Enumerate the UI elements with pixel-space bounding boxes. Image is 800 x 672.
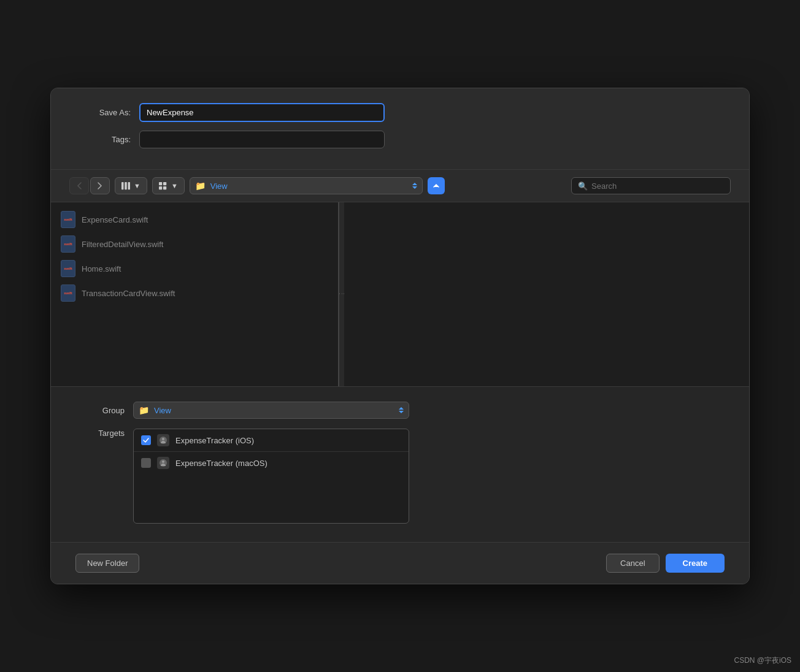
swift-file-icon: swift (61, 284, 75, 302)
divider-dots: ⋮ (339, 291, 345, 298)
target-icon-ios (157, 434, 169, 446)
group-label: Group (75, 406, 125, 415)
column-view-button[interactable]: ▼ (115, 177, 147, 194)
location-label: View (210, 181, 407, 191)
save-as-input[interactable] (139, 103, 385, 122)
backdrop: Save As: Tags: (0, 0, 800, 672)
svg-rect-1 (125, 182, 127, 189)
action-buttons-group: Cancel Create (606, 554, 725, 573)
grid-view-label: ▼ (171, 182, 178, 189)
search-input[interactable] (591, 181, 724, 191)
folder-icon: 📁 (195, 181, 206, 191)
targets-section: Targets (75, 429, 725, 524)
tags-input[interactable] (139, 131, 385, 148)
tags-row: Tags: (75, 131, 725, 148)
group-folder-icon: 📁 (139, 405, 149, 415)
file-name: TransactionCardView.swift (82, 289, 175, 298)
search-icon: 🔍 (578, 181, 588, 191)
column-view-label: ▼ (134, 182, 140, 189)
group-value: View (154, 406, 394, 415)
file-item[interactable]: swift ExpenseCard.swift (51, 207, 338, 232)
cancel-button[interactable]: Cancel (606, 554, 659, 573)
swift-file-icon: swift (61, 235, 75, 253)
file-name: ExpenseCard.swift (82, 215, 148, 224)
dialog-actions: New Folder Cancel Create (51, 542, 749, 584)
group-selector[interactable]: 📁 View (133, 402, 409, 419)
new-folder-button[interactable]: New Folder (75, 554, 139, 573)
watermark: CSDN @宇夜iOS (734, 655, 791, 666)
svg-rect-3 (159, 182, 162, 185)
search-box: 🔍 (571, 177, 731, 194)
targets-label: Targets (75, 429, 125, 438)
file-item[interactable]: swift FilteredDetailView.swift (51, 232, 338, 256)
save-dialog: Save As: Tags: (50, 88, 750, 584)
location-selector[interactable]: 📁 View (190, 177, 423, 194)
grid-view-button[interactable]: ▼ (152, 177, 185, 194)
file-name: Home.swift (82, 264, 121, 273)
save-as-row: Save As: (75, 103, 725, 122)
svg-rect-5 (159, 186, 162, 189)
target-name-ios: ExpenseTracker (iOS) (175, 436, 254, 445)
target-item-macos[interactable]: ExpenseTracker (macOS) (134, 451, 409, 474)
svg-rect-2 (128, 182, 131, 189)
file-item[interactable]: swift TransactionCardView.swift (51, 281, 338, 305)
target-icon-macos (157, 457, 169, 469)
checkbox-macos[interactable] (141, 458, 151, 468)
svg-point-10 (162, 460, 164, 463)
file-name: FilteredDetailView.swift (82, 240, 163, 249)
tags-label: Tags: (75, 135, 131, 144)
target-name-macos: ExpenseTracker (macOS) (175, 459, 267, 468)
targets-empty-space (134, 474, 409, 523)
toolbar: ▼ ▼ 📁 View (51, 169, 749, 202)
file-item[interactable]: swift Home.swift (51, 256, 338, 281)
expand-button[interactable] (428, 177, 445, 194)
swift-file-icon: swift (61, 211, 75, 228)
swift-file-icon: swift (61, 260, 75, 277)
back-button[interactable] (69, 177, 89, 194)
dialog-bottom: Group 📁 View Targets (51, 386, 749, 542)
target-item-ios[interactable]: ExpenseTracker (iOS) (134, 429, 409, 451)
file-column-2 (344, 202, 749, 386)
forward-button[interactable] (90, 177, 110, 194)
file-browser: swift ExpenseCard.swift swift FilteredDe… (51, 202, 749, 386)
nav-group (69, 177, 110, 194)
save-as-label: Save As: (75, 108, 131, 117)
file-column-1: swift ExpenseCard.swift swift FilteredDe… (51, 202, 339, 386)
svg-rect-4 (163, 182, 166, 185)
create-button[interactable]: Create (666, 554, 725, 573)
svg-point-8 (162, 438, 164, 440)
group-row: Group 📁 View (75, 402, 725, 419)
divider-handle[interactable]: ⋮ (339, 202, 344, 386)
svg-rect-0 (121, 182, 124, 189)
checkbox-ios[interactable] (141, 435, 151, 445)
svg-rect-6 (163, 186, 166, 189)
dialog-top: Save As: Tags: (51, 88, 749, 169)
targets-list: ExpenseTracker (iOS) ExpenseTrack (133, 429, 409, 524)
